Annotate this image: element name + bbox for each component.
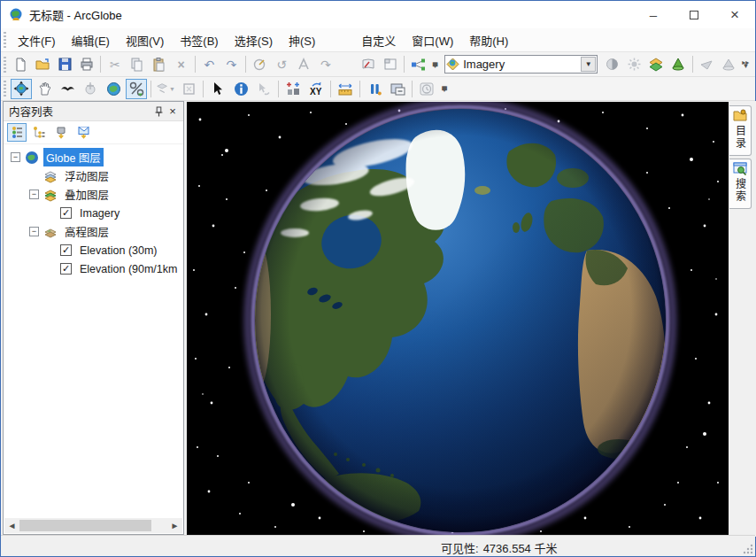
gray-cone-1-button[interactable] [697,54,717,74]
scroll-thumb[interactable] [19,520,151,531]
elevation-90m-checkbox[interactable]: ✓ [60,263,72,275]
viewer-manager-button[interactable] [387,79,408,99]
schematic-icon [411,58,426,71]
menu-edit[interactable]: 编辑(E) [64,28,118,52]
tree-item-elevation-90m[interactable]: ✓ Elevation (90m/1km [4,259,183,278]
tab-search[interactable]: 搜索 [729,159,752,209]
viewer-window-2-button[interactable] [380,54,400,74]
tree-item-imagery[interactable]: ✓ Imagery [4,204,183,222]
tree-item-globe-layers[interactable]: − Globe 图层 [4,148,183,166]
copy-button[interactable] [127,54,147,74]
center-target-button[interactable] [80,79,101,99]
menubar-grip[interactable] [4,32,6,48]
panel-close-button[interactable]: × [166,104,180,119]
pan-hand-icon [38,81,51,96]
green-cone-button[interactable] [668,54,689,74]
paste-button[interactable] [149,54,169,74]
layer-effects-button[interactable] [646,54,667,74]
cut-button[interactable]: ✂ [104,54,125,74]
full-extent-button[interactable] [103,79,124,99]
tab-catalog[interactable]: 目录 [729,105,752,156]
open-button[interactable] [33,54,53,74]
navigation-mode-button[interactable] [126,79,147,99]
brightness-button[interactable] [624,54,644,74]
select-arrow-button[interactable] [207,79,228,99]
viewer-window-1-button[interactable] [358,54,378,74]
fly-button[interactable] [57,79,78,99]
layer-combo-dropdown-button[interactable]: ▼ [581,57,596,72]
list-by-drawing-order-icon [11,126,23,139]
toc-horizontal-scrollbar[interactable]: ◄ ► [4,518,182,533]
list-by-drawing-order-button[interactable] [7,123,27,142]
time-slider-button[interactable] [416,79,437,99]
go-to-xy-button[interactable]: XY [305,79,327,99]
collapse-icon[interactable]: − [29,190,39,199]
list-by-visibility-button[interactable] [51,123,71,142]
tree-label-imagery[interactable]: Imagery [77,206,122,220]
globe-3d-view[interactable] [187,102,729,537]
measure-button[interactable] [335,79,356,99]
menu-bookmarks[interactable]: 书签(B) [172,28,226,52]
undo-button[interactable]: ↶ [199,54,220,74]
close-button[interactable]: × [714,1,755,28]
nav-toolbar-grip[interactable] [4,81,6,97]
elevation-30m-checkbox[interactable]: ✓ [60,244,72,256]
resize-grip[interactable] [742,543,753,554]
save-button[interactable] [55,54,75,74]
menu-customize[interactable]: 自定义 [353,28,404,52]
curve-tool-button[interactable]: ↷ [315,54,336,74]
animation-controls-button[interactable] [364,79,385,99]
html-popup-button[interactable] [253,79,274,99]
identify-button[interactable] [230,79,251,99]
menu-window[interactable]: 窗口(W) [404,28,461,52]
sketch-tool-button[interactable] [250,54,270,74]
pan-button[interactable] [34,79,55,99]
globe-viewport[interactable] [187,102,729,537]
rotate-tool-button[interactable]: ↺ [272,54,292,74]
menu-help[interactable]: 帮助(H) [461,28,516,52]
navigate-button[interactable] [11,79,32,99]
tree-label-elevation-30m[interactable]: Elevation (30m) [77,244,160,258]
tree-item-draped-layers[interactable]: − 叠加图层 [4,185,183,204]
pin-button[interactable] [151,104,166,119]
print-button[interactable] [77,54,97,74]
minimize-button[interactable]: – [633,1,674,28]
maximize-button[interactable] [674,1,714,28]
collapse-icon[interactable]: − [11,152,20,162]
tree-label-draped-layers[interactable]: 叠加图层 [62,185,112,204]
imagery-checkbox[interactable]: ✓ [60,207,72,219]
delete-button[interactable]: × [171,54,191,74]
nav-toolbar-overflow-button[interactable]: ▄▼ [438,79,451,98]
layer-combo[interactable]: Imagery ▼ [444,55,598,73]
tree-item-elevation-layers[interactable]: − 高程图层 [4,222,183,241]
list-by-source-button[interactable] [29,123,49,142]
toolbar-options-button[interactable]: ▸▸▼ [740,55,752,74]
menu-file[interactable]: 文件(F) [10,28,64,52]
zoom-to-layer-button[interactable]: ▼ [155,79,176,99]
standard-toolbar-grip[interactable] [4,57,6,73]
toolbar-overflow-button[interactable]: ▄▼ [429,55,441,74]
list-by-selection-button[interactable] [73,123,93,142]
redo-button[interactable]: ↷ [221,54,242,74]
tree-item-floating-layers[interactable]: 浮动图层 [4,166,183,185]
tree-label-floating-layers[interactable]: 浮动图层 [62,166,112,185]
find-button[interactable] [282,79,304,99]
gray-cone-2-button[interactable] [719,54,739,74]
contrast-button[interactable] [602,54,622,74]
collapse-icon[interactable]: − [29,227,39,236]
tree-label-elevation-90m[interactable]: Elevation (90m/1km [77,262,180,276]
tree-item-elevation-30m[interactable]: ✓ Elevation (30m) [4,241,183,259]
tab-catalog-label: 目录 [733,125,748,150]
new-document-button[interactable] [11,54,31,74]
fixed-zoom-button[interactable] [178,79,199,99]
window-title: 无标题 - ArcGlobe [29,6,122,23]
tree-label-globe-layers[interactable]: Globe 图层 [43,148,104,166]
menu-view[interactable]: 视图(V) [118,28,172,52]
menu-tools[interactable]: 抻(S) [281,28,323,52]
scroll-right-icon[interactable]: ► [167,518,182,533]
tree-label-elevation-layers[interactable]: 高程图层 [62,222,112,241]
menu-selection[interactable]: 选择(S) [227,28,281,52]
schematic-button[interactable] [408,54,428,74]
label-tool-button[interactable] [294,54,314,74]
scroll-left-icon[interactable]: ◄ [4,518,19,533]
